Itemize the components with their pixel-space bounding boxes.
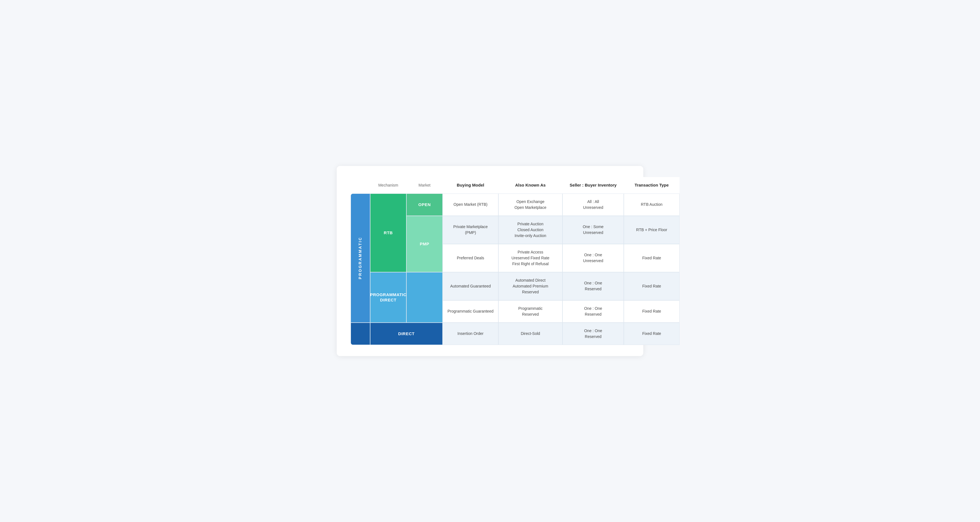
- transaction-type-2: Fixed Rate: [624, 244, 679, 272]
- header-mechanism: Mechanism: [370, 177, 406, 194]
- header-seller-buyer: Seller : Buyer Inventory: [562, 177, 624, 194]
- seller-buyer-1: One : Some Unreserved: [562, 216, 624, 244]
- main-container: Mechanism Market Buying Model Also Known…: [337, 166, 643, 356]
- also-known-as-3: Automated Direct Automated Premium Reser…: [498, 272, 562, 300]
- header-market: Market: [406, 177, 442, 194]
- also-known-as-0: Open Exchange Open Marketplace: [498, 194, 562, 216]
- also-known-as-5: Direct-Sold: [498, 323, 562, 345]
- submarket-open: OPEN: [406, 194, 442, 216]
- also-known-as-2: Private Access Ureserved Fixed Rate Firs…: [498, 244, 562, 272]
- header-transaction-type: Transaction Type: [624, 177, 679, 194]
- also-known-as-1: Private Auction Closed Auction Invite-on…: [498, 216, 562, 244]
- transaction-type-1: RTB + Price Floor: [624, 216, 679, 244]
- buying-model-2: Preferred Deals: [442, 244, 498, 272]
- mechanism-direct: PROGRAMMATIC: [351, 323, 370, 345]
- mechanism-programmatic: PROGRAMMATIC: [351, 194, 370, 323]
- transaction-type-3: Fixed Rate: [624, 272, 679, 300]
- buying-model-4: Programmatic Guaranteed: [442, 300, 498, 323]
- also-known-as-4: Programmatic Reserved: [498, 300, 562, 323]
- table: Mechanism Market Buying Model Also Known…: [351, 177, 629, 345]
- market-rtb: RTB: [370, 194, 406, 272]
- transaction-type-4: Fixed Rate: [624, 300, 679, 323]
- market-progdirect: PROGRAMMATIC DIRECT: [370, 272, 406, 323]
- seller-buyer-3: One : One Reserved: [562, 272, 624, 300]
- buying-model-0: Open Market (RTB): [442, 194, 498, 216]
- buying-model-3: Automated Guaranteed: [442, 272, 498, 300]
- header-also-known-as: Also Known As: [498, 177, 562, 194]
- transaction-type-0: RTB Auction: [624, 194, 679, 216]
- progdirect-submarket-empty: [406, 272, 442, 323]
- seller-buyer-4: One : One Reserved: [562, 300, 624, 323]
- submarket-pmp: PMP: [406, 216, 442, 272]
- seller-buyer-5: One : One Reserved: [562, 323, 624, 345]
- buying-model-1: Private Marketplace (PMP): [442, 216, 498, 244]
- transaction-type-5: Fixed Rate: [624, 323, 679, 345]
- seller-buyer-2: One : One Unreserved: [562, 244, 624, 272]
- seller-buyer-0: All : All Unreserved: [562, 194, 624, 216]
- header-empty-1: [351, 177, 370, 194]
- market-direct: DIRECT: [370, 323, 442, 345]
- header-buying-model: Buying Model: [442, 177, 498, 194]
- buying-model-5: Insertion Order: [442, 323, 498, 345]
